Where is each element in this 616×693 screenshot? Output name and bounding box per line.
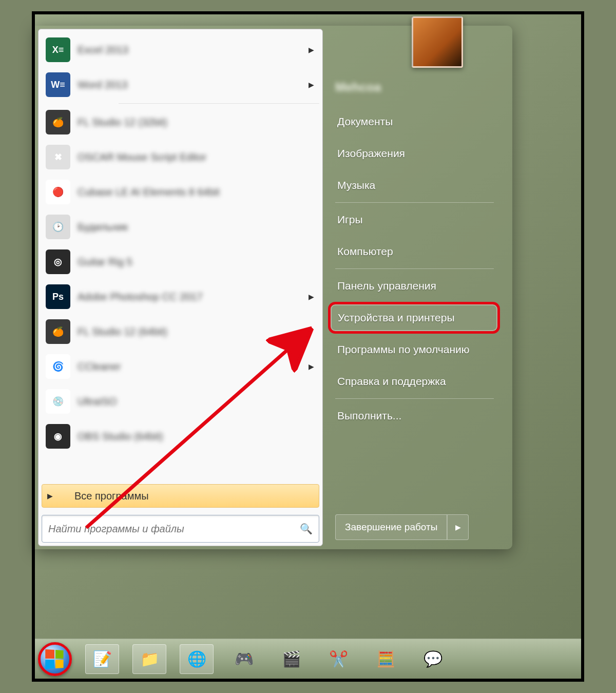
program-item-photoshop[interactable]: PsAdobe Photoshop CC 2017▶ xyxy=(42,279,319,314)
right-item-music[interactable]: Музыка xyxy=(335,169,500,201)
right-item-control-panel[interactable]: Панель управления xyxy=(335,270,500,302)
photoshop-icon: Ps xyxy=(46,284,70,309)
shutdown-button[interactable]: Завершение работы xyxy=(335,514,447,540)
recent-divider xyxy=(119,103,319,104)
guitarrig-icon: ◎ xyxy=(46,249,70,274)
taskbar-item-mpc[interactable]: 🎬 xyxy=(274,644,308,674)
program-label: OBS Studio (64bit) xyxy=(78,431,163,442)
program-item-word[interactable]: W≡Word 2013▶ xyxy=(42,67,319,102)
submenu-arrow-icon: ▶ xyxy=(309,362,314,371)
right-item-computer[interactable]: Компьютер xyxy=(335,236,500,267)
flstudio-icon: 🍊 xyxy=(46,319,70,344)
taskbar-items: 📝📁🌐🎮🎬✂️🧮💬 xyxy=(85,644,450,674)
taskbar-item-chrome[interactable]: 🌐 xyxy=(180,644,214,674)
program-label: Guitar Rig 5 xyxy=(78,256,132,268)
all-programs-button[interactable]: ▶ Все программы xyxy=(42,484,319,508)
right-divider xyxy=(335,268,494,269)
triangle-right-icon: ▶ xyxy=(47,492,53,500)
program-item-excel[interactable]: X≡Excel 2013▶ xyxy=(42,32,319,67)
ccleaner-icon: 🌀 xyxy=(46,354,70,379)
cubase-icon: 🔴 xyxy=(46,180,70,204)
submenu-arrow-icon: ▶ xyxy=(309,46,314,54)
program-item-guitarrig[interactable]: ◎Guitar Rig 5 xyxy=(42,244,319,279)
start-menu-left-panel: X≡Excel 2013▶W≡Word 2013▶🍊FL Studio 12 (… xyxy=(38,29,323,546)
right-item-help[interactable]: Справка и поддержка xyxy=(335,365,500,397)
program-label: CCleaner xyxy=(78,361,121,373)
right-item-games[interactable]: Игры xyxy=(335,204,500,236)
excel-icon: X≡ xyxy=(46,37,70,62)
search-icon[interactable]: 🔍 xyxy=(300,523,313,535)
program-label: Cubase LE AI Elements 8 64bit xyxy=(78,186,220,198)
ultraiso-icon: 💿 xyxy=(46,389,70,414)
taskbar-item-snipping[interactable]: ✂️ xyxy=(321,644,355,674)
flstudio-icon: 🍊 xyxy=(46,110,70,134)
program-item-ccleaner[interactable]: 🌀CCleaner▶ xyxy=(42,349,319,384)
program-item-flstudio[interactable]: 🍊FL Studio 12 (64bit) xyxy=(42,314,319,349)
program-label: FL Studio 12 (64bit) xyxy=(78,326,167,338)
shutdown-dropdown[interactable]: ▶ xyxy=(447,514,469,540)
start-menu: X≡Excel 2013▶W≡Word 2013▶🍊FL Studio 12 (… xyxy=(35,26,512,549)
word-icon: W≡ xyxy=(46,72,70,97)
right-item-devices-printers[interactable]: Устройства и принтеры xyxy=(328,302,500,334)
oscar-icon: ✖ xyxy=(46,145,70,169)
program-label: Excel 2013 xyxy=(78,44,128,56)
program-item-cubase[interactable]: 🔴Cubase LE AI Elements 8 64bit xyxy=(42,175,319,209)
program-item-ultraiso[interactable]: 💿UltraISO xyxy=(42,384,319,419)
shutdown-button-group: Завершение работы ▶ xyxy=(335,514,469,540)
right-divider xyxy=(335,398,494,399)
program-label: Word 2013 xyxy=(78,79,127,91)
search-input[interactable] xyxy=(48,523,300,535)
recent-programs-list: X≡Excel 2013▶W≡Word 2013▶🍊FL Studio 12 (… xyxy=(42,32,319,482)
program-label: Будильник xyxy=(78,221,128,233)
user-avatar[interactable] xyxy=(412,16,463,68)
right-item-run[interactable]: Выполнить... xyxy=(335,400,500,432)
right-item-documents[interactable]: Документы xyxy=(335,106,500,138)
start-menu-right-panel: Mehcoa Документы Изображения Музыка Игры… xyxy=(323,29,509,546)
program-item-clock[interactable]: 🕑Будильник xyxy=(42,209,319,244)
all-programs-label: Все программы xyxy=(74,490,149,502)
right-item-default-programs[interactable]: Программы по умолчанию xyxy=(335,334,500,365)
program-item-flstudio[interactable]: 🍊FL Studio 12 (32bit) xyxy=(42,105,319,140)
program-item-obs[interactable]: ◉OBS Studio (64bit) xyxy=(42,419,319,454)
taskbar-item-calculator[interactable]: 🧮 xyxy=(369,644,402,674)
right-item-pictures[interactable]: Изображения xyxy=(335,138,500,169)
taskbar-item-explorer[interactable]: 📁 xyxy=(132,644,166,674)
user-name-label[interactable]: Mehcoa xyxy=(335,80,381,94)
program-item-oscar[interactable]: ✖OSCAR Mouse Script Editor xyxy=(42,140,319,175)
submenu-arrow-icon: ▶ xyxy=(309,81,314,89)
taskbar-item-steam[interactable]: 🎮 xyxy=(227,644,261,674)
start-button[interactable] xyxy=(38,642,72,676)
taskbar-item-discord[interactable]: 💬 xyxy=(416,644,450,674)
windows-logo-icon xyxy=(45,649,63,668)
clock-icon: 🕑 xyxy=(46,215,70,239)
program-label: OSCAR Mouse Script Editor xyxy=(78,151,206,163)
search-box[interactable]: 🔍 xyxy=(42,515,319,543)
taskbar: 📝📁🌐🎮🎬✂️🧮💬 xyxy=(35,639,581,679)
submenu-arrow-icon: ▶ xyxy=(309,293,314,301)
program-label: FL Studio 12 (32bit) xyxy=(78,117,167,128)
program-label: UltraISO xyxy=(78,396,117,408)
right-divider xyxy=(335,202,494,203)
obs-icon: ◉ xyxy=(46,424,70,449)
taskbar-item-notepad[interactable]: 📝 xyxy=(85,644,119,674)
program-label: Adobe Photoshop CC 2017 xyxy=(78,291,203,303)
